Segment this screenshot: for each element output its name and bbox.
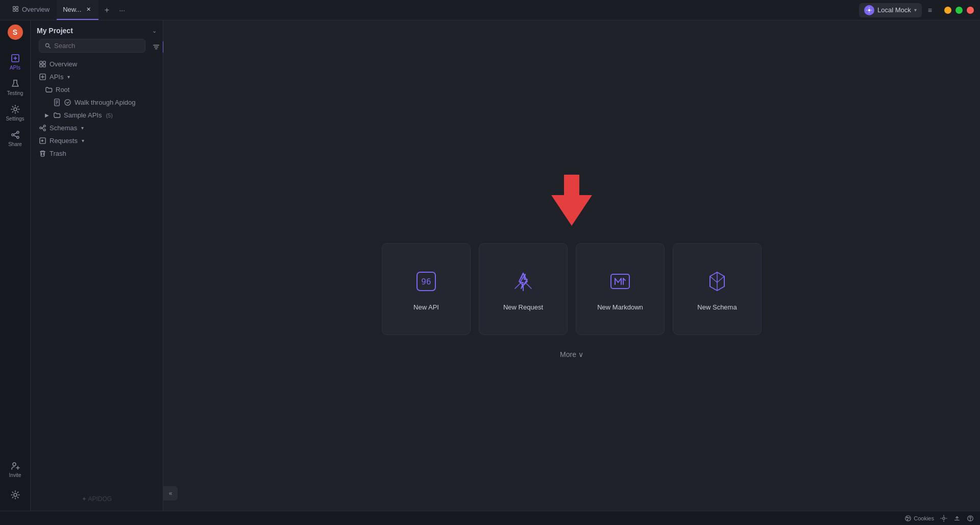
- chevron-down-icon: ▾: [914, 7, 917, 13]
- chevrons-left-icon: «: [169, 490, 173, 497]
- invite-label: Invite: [9, 472, 21, 478]
- sidebar-item-invite[interactable]: Invite: [4, 458, 27, 481]
- cookies-label: Cookies: [914, 515, 934, 521]
- sidebar-item-share[interactable]: Share: [4, 127, 27, 150]
- tab-bar: Overview New... ✕ + ···: [6, 0, 859, 20]
- new-api-label: New API: [413, 303, 439, 311]
- minimize-button[interactable]: −: [944, 7, 951, 14]
- new-schema-card[interactable]: New Schema: [673, 243, 762, 335]
- sidebar: My Project ⌄: [31, 20, 163, 511]
- svg-rect-10: [40, 61, 42, 64]
- add-tab-button[interactable]: +: [100, 3, 114, 17]
- grid-icon: [12, 6, 19, 14]
- settings-bottom-icon[interactable]: [940, 515, 947, 522]
- svg-point-27: [909, 517, 909, 518]
- cards-container: 96 New API New Request: [382, 243, 762, 335]
- nav-item-walkthrough[interactable]: Walk through Apidog: [33, 96, 161, 109]
- search-bar[interactable]: [39, 39, 145, 53]
- svg-rect-3: [16, 9, 18, 11]
- trash-icon: [39, 150, 46, 157]
- api-icon: [39, 73, 46, 81]
- share-label: Share: [8, 141, 22, 147]
- badge-icon: [64, 99, 71, 106]
- more-button[interactable]: More ∨: [554, 347, 590, 362]
- new-markdown-label: New Markdown: [597, 303, 643, 311]
- cookies-button[interactable]: Cookies: [904, 515, 934, 522]
- nav-item-overview[interactable]: Overview: [33, 58, 161, 70]
- apis-label: APIs: [10, 65, 20, 70]
- maximize-button[interactable]: □: [955, 7, 963, 14]
- sidebar-item-testing[interactable]: Testing: [4, 76, 27, 99]
- avatar[interactable]: S: [8, 25, 23, 40]
- collapse-sidebar-button[interactable]: «: [163, 486, 178, 500]
- help-button[interactable]: [967, 515, 974, 522]
- svg-point-29: [943, 517, 945, 519]
- requests-chevron: ▾: [82, 138, 84, 144]
- sidebar-header: My Project ⌄: [31, 25, 163, 39]
- new-api-icon: 96: [412, 268, 440, 295]
- folder-icon: [53, 111, 61, 119]
- nav-overview-label: Overview: [50, 60, 77, 68]
- apidog-logo: ✦ APIDOG: [82, 495, 112, 503]
- titlebar-right: Local Mock ▾ ≡ − □ ×: [859, 3, 974, 17]
- doc-icon: [53, 99, 61, 106]
- search-input[interactable]: [54, 42, 140, 50]
- nav-trash-label: Trash: [50, 150, 66, 157]
- svg-rect-2: [13, 9, 15, 11]
- tab-new-label: New...: [63, 6, 81, 13]
- help-icon: [967, 515, 974, 522]
- close-tab-icon[interactable]: ✕: [84, 6, 92, 14]
- cookie-icon: [904, 515, 912, 522]
- new-request-card[interactable]: New Request: [479, 243, 568, 335]
- sample-apis-badge: (5): [106, 112, 112, 118]
- request-icon: [39, 137, 46, 145]
- sidebar-item-gear[interactable]: [4, 483, 27, 507]
- svg-point-4: [868, 9, 871, 11]
- sidebar-item-settings[interactable]: Settings: [4, 101, 27, 125]
- sidebar-item-apis[interactable]: APIs: [4, 50, 27, 74]
- svg-point-8: [14, 493, 17, 496]
- svg-rect-0: [13, 6, 15, 8]
- svg-point-31: [970, 520, 971, 520]
- nav-item-apis[interactable]: APIs ▾: [33, 70, 161, 83]
- nav-item-sample-apis[interactable]: ▶ Sample APIs (5): [33, 109, 161, 122]
- svg-rect-13: [43, 64, 45, 67]
- close-button[interactable]: ×: [967, 7, 974, 14]
- hamburger-icon[interactable]: ≡: [926, 4, 934, 16]
- upload-icon[interactable]: [953, 515, 961, 522]
- more-chevron-icon: ∨: [578, 350, 583, 359]
- nav-item-requests[interactable]: Requests ▾: [33, 134, 161, 147]
- new-request-icon: [509, 268, 537, 295]
- svg-rect-11: [43, 61, 45, 64]
- activity-bottom: Invite: [4, 458, 27, 507]
- nav-root-label: Root: [56, 86, 69, 93]
- window-controls: − □ ×: [944, 7, 974, 14]
- svg-point-25: [905, 515, 911, 521]
- filter-button[interactable]: [153, 40, 160, 54]
- svg-rect-24: [611, 274, 629, 289]
- arrow-down: [546, 170, 597, 231]
- tab-new[interactable]: New... ✕: [57, 0, 99, 20]
- svg-point-7: [13, 463, 16, 466]
- new-api-card[interactable]: 96 New API: [382, 243, 471, 335]
- more-tabs-button[interactable]: ···: [115, 3, 129, 17]
- svg-point-6: [14, 108, 17, 111]
- upload-icon: [953, 515, 961, 522]
- overview-icon: [39, 60, 46, 68]
- testing-label: Testing: [7, 90, 23, 96]
- svg-point-26: [907, 517, 908, 518]
- nav-item-root[interactable]: Root: [33, 83, 161, 96]
- tab-overview[interactable]: Overview: [6, 0, 56, 20]
- new-markdown-card[interactable]: New Markdown: [576, 243, 665, 335]
- nav-item-schemas[interactable]: Schemas ▾: [33, 122, 161, 134]
- search-icon: [44, 42, 51, 49]
- new-markdown-icon: [606, 268, 634, 295]
- schemas-chevron: ▾: [81, 125, 84, 131]
- nav-walkthrough-label: Walk through Apidog: [75, 99, 135, 106]
- local-mock-button[interactable]: Local Mock ▾: [859, 3, 922, 17]
- bottom-bar: Cookies: [0, 511, 980, 525]
- nav-item-trash[interactable]: Trash: [33, 147, 161, 160]
- chevron-right-icon: ▶: [45, 112, 49, 118]
- svg-text:96: 96: [421, 277, 431, 287]
- svg-marker-21: [551, 175, 592, 226]
